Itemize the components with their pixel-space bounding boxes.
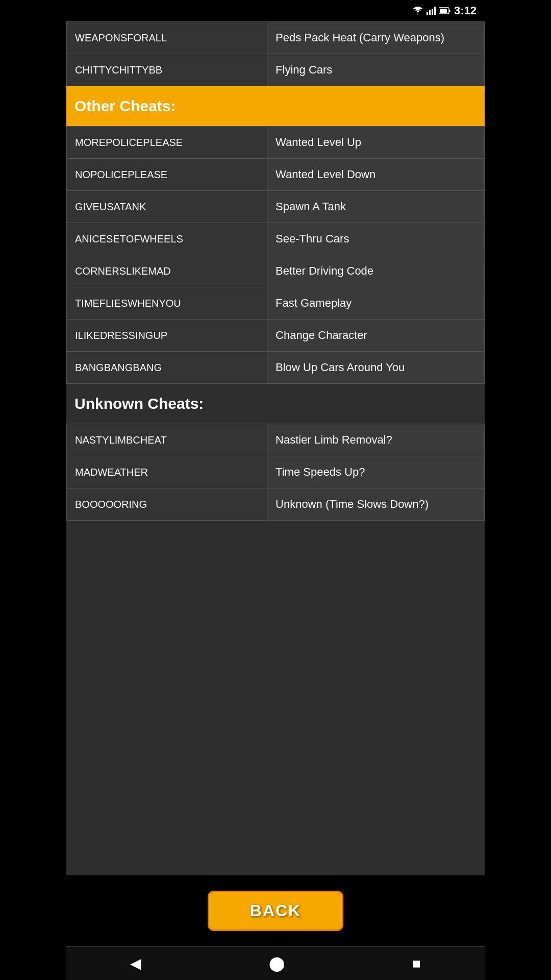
main-content: WEAPONSFORALL Peds Pack Heat (Carry Weap… bbox=[66, 21, 485, 875]
cheat-code: NOPOLICEPLEASE bbox=[67, 159, 267, 191]
cheat-code: BOOOOORING bbox=[67, 488, 267, 521]
cheat-desc: Peds Pack Heat (Carry Weapons) bbox=[267, 22, 485, 54]
cheat-code: MADWEATHER bbox=[67, 456, 267, 488]
cheat-desc: Better Driving Code bbox=[267, 255, 485, 287]
cheat-code: TIMEFLIESWHENYOU bbox=[67, 287, 267, 320]
wifi-icon bbox=[412, 7, 423, 15]
back-button[interactable]: BACK bbox=[208, 891, 343, 931]
cheat-desc: Time Speeds Up? bbox=[267, 456, 485, 488]
svg-rect-0 bbox=[427, 12, 428, 15]
table-row: GIVEUSATANK Spawn A Tank bbox=[67, 191, 485, 223]
cheat-code: WEAPONSFORALL bbox=[67, 22, 267, 54]
cheat-desc: Wanted Level Down bbox=[267, 159, 485, 191]
cheat-desc: Blow Up Cars Around You bbox=[267, 352, 485, 384]
table-row: NOPOLICEPLEASE Wanted Level Down bbox=[67, 159, 485, 191]
table-row: ANICESETOFWHEELS See-Thru Cars bbox=[67, 223, 485, 255]
status-bar: 3:12 bbox=[66, 0, 485, 21]
table-row: ILIKEDRESSINGUP Change Character bbox=[67, 320, 485, 352]
nav-back-icon[interactable]: ◀ bbox=[130, 955, 141, 972]
cheat-desc: Flying Cars bbox=[267, 54, 485, 86]
cheat-code: NASTYLIMBCHEAT bbox=[67, 424, 267, 456]
cheat-code: CORNERSLIKEMAD bbox=[67, 255, 267, 287]
unknown-cheats-header: Unknown Cheats: bbox=[66, 384, 485, 424]
status-time: 3:12 bbox=[454, 4, 477, 17]
signal-icon bbox=[427, 7, 436, 15]
nav-recent-icon[interactable]: ■ bbox=[412, 955, 421, 972]
table-row: WEAPONSFORALL Peds Pack Heat (Carry Weap… bbox=[67, 22, 485, 54]
back-area: BACK bbox=[66, 875, 485, 946]
table-row: NASTYLIMBCHEAT Nastier Limb Removal? bbox=[67, 424, 485, 456]
table-row: MOREPOLICEPLEASE Wanted Level Up bbox=[67, 127, 485, 159]
other-cheats-table: MOREPOLICEPLEASE Wanted Level Up NOPOLIC… bbox=[66, 126, 485, 384]
cheat-desc: Wanted Level Up bbox=[267, 127, 485, 159]
battery-icon bbox=[439, 7, 451, 14]
svg-rect-5 bbox=[440, 9, 447, 13]
svg-rect-2 bbox=[432, 9, 433, 15]
cheat-desc: Nastier Limb Removal? bbox=[267, 424, 485, 456]
table-row: BANGBANGBANG Blow Up Cars Around You bbox=[67, 352, 485, 384]
unknown-cheats-table: NASTYLIMBCHEAT Nastier Limb Removal? MAD… bbox=[66, 424, 485, 521]
cheat-table: WEAPONSFORALL Peds Pack Heat (Carry Weap… bbox=[66, 21, 485, 86]
nav-bar: ◀ ⬤ ■ bbox=[66, 946, 485, 980]
svg-rect-1 bbox=[429, 10, 431, 15]
cheat-code: CHITTYCHITTYBB bbox=[67, 54, 267, 86]
cheat-code: BANGBANGBANG bbox=[67, 352, 267, 384]
cheat-desc: See-Thru Cars bbox=[267, 223, 485, 255]
table-row: CORNERSLIKEMAD Better Driving Code bbox=[67, 255, 485, 287]
cheat-code: ILIKEDRESSINGUP bbox=[67, 320, 267, 352]
cheat-desc: Fast Gameplay bbox=[267, 287, 485, 320]
nav-home-icon[interactable]: ⬤ bbox=[269, 955, 285, 972]
cheat-code: MOREPOLICEPLEASE bbox=[67, 127, 267, 159]
other-cheats-header: Other Cheats: bbox=[66, 86, 485, 126]
status-icons: 3:12 bbox=[412, 4, 477, 17]
cheat-desc: Spawn A Tank bbox=[267, 191, 485, 223]
cheat-code: GIVEUSATANK bbox=[67, 191, 267, 223]
table-row: CHITTYCHITTYBB Flying Cars bbox=[67, 54, 485, 86]
svg-rect-3 bbox=[434, 7, 436, 15]
table-row: MADWEATHER Time Speeds Up? bbox=[67, 456, 485, 488]
table-row: BOOOOORING Unknown (Time Slows Down?) bbox=[67, 488, 485, 521]
cheat-code: ANICESETOFWHEELS bbox=[67, 223, 267, 255]
cheat-desc: Change Character bbox=[267, 320, 485, 352]
table-row: TIMEFLIESWHENYOU Fast Gameplay bbox=[67, 287, 485, 320]
cheat-desc: Unknown (Time Slows Down?) bbox=[267, 488, 485, 521]
